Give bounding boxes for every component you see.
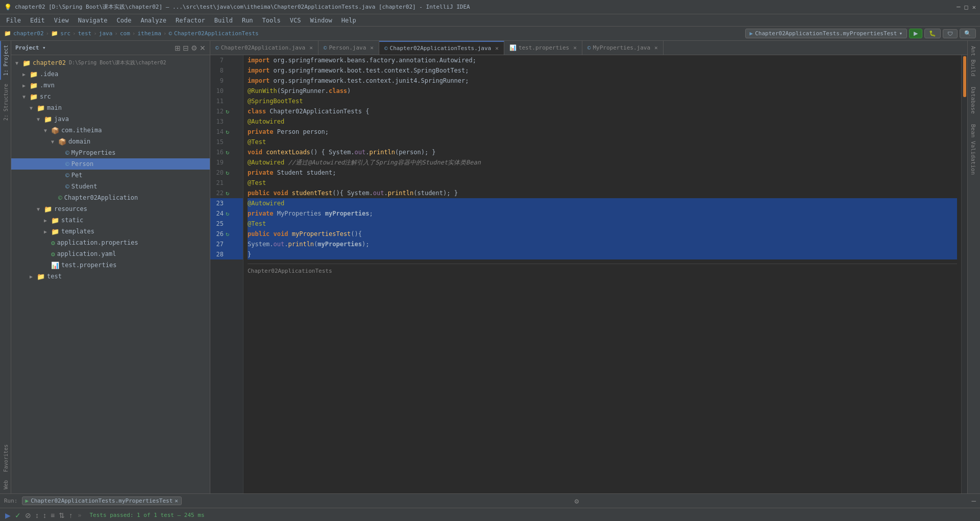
nav-src[interactable]: src	[60, 30, 70, 37]
tree-root[interactable]: ▼ 📁 chapter02 D:\Spring Boot\课本实践\chapte…	[11, 57, 210, 68]
code-content[interactable]: import org.springframework.beans.factory…	[243, 55, 961, 493]
nav-config-dropdown-icon[interactable]: ▾	[899, 30, 902, 37]
tree-test[interactable]: ▶ 📁 test	[11, 271, 210, 282]
sidebar-close-btn[interactable]: ✕	[200, 44, 206, 52]
menu-edit[interactable]: Edit	[26, 16, 49, 25]
tab-close-4[interactable]: ✕	[654, 44, 658, 51]
close-btn[interactable]: ✕	[972, 4, 976, 11]
right-tab-database[interactable]: Database	[968, 82, 980, 119]
sidebar-collapse-btn[interactable]: ⊟	[183, 44, 189, 52]
tree-domain[interactable]: ▼ 📦 domain	[11, 136, 210, 147]
nav-chapter02[interactable]: chapter02	[13, 30, 44, 37]
menu-build[interactable]: Build	[210, 16, 237, 25]
panel-close-btn[interactable]: ─	[972, 497, 976, 505]
menu-run[interactable]: Run	[238, 16, 257, 25]
tree-app-yaml[interactable]: ⚙ application.yaml	[11, 248, 210, 259]
menu-tools[interactable]: Tools	[258, 16, 285, 25]
tree-app-properties[interactable]: ⚙ application.properties	[11, 237, 210, 248]
pet-name: Pet	[71, 172, 83, 179]
tree-mvn[interactable]: ▶ 📁 .mvn	[11, 80, 210, 91]
run-filter-btn[interactable]: ≡	[50, 510, 56, 520]
sidebar-settings-btn[interactable]: ⚙	[191, 44, 198, 52]
menu-refactor[interactable]: Refactor	[172, 16, 209, 25]
menu-file[interactable]: File	[2, 16, 25, 25]
tree-templates[interactable]: ▶ 📁 templates	[11, 226, 210, 237]
run-config-btn[interactable]: ▶ Chapter02ApplicationTests.myProperties…	[22, 496, 182, 505]
nav-coverage-btn[interactable]: 🛡	[943, 29, 958, 38]
menu-analyze[interactable]: Analyze	[136, 16, 170, 25]
run-up-btn[interactable]: ↑	[68, 510, 74, 520]
left-tab-structure[interactable]: 2: Structure	[0, 80, 11, 125]
app-icon: ©	[58, 194, 62, 202]
root-name: chapter02	[33, 59, 66, 66]
tree-person[interactable]: © Person	[11, 158, 210, 170]
menu-vcs[interactable]: VCS	[286, 16, 305, 25]
code-line-26: public void myPropertiesTest(){	[248, 229, 957, 239]
menu-view[interactable]: View	[50, 16, 73, 25]
run-filter2-btn[interactable]: ⇅	[58, 510, 66, 520]
tprop-name: test.properties	[61, 262, 116, 269]
menu-code[interactable]: Code	[113, 16, 136, 25]
nav-java[interactable]: java	[99, 30, 113, 37]
panel-gear-btn[interactable]: ⚙	[575, 497, 579, 505]
right-tab-validation[interactable]: Bean Validation	[968, 119, 980, 180]
run-sort-asc-btn[interactable]: ↕	[34, 510, 40, 520]
menu-help[interactable]: Help	[337, 16, 360, 25]
tree-static[interactable]: ▶ 📁 static	[11, 215, 210, 226]
tab-close-3[interactable]: ✕	[573, 44, 577, 51]
gutter-12: ↻	[226, 106, 236, 116]
nav-class[interactable]: Chapter02ApplicationTests	[174, 30, 259, 37]
right-tab-ant[interactable]: Ant Build	[968, 41, 980, 82]
tab-chapter02tests[interactable]: © Chapter02ApplicationTests.java ✕	[379, 41, 504, 55]
tab-close-0[interactable]: ✕	[309, 44, 313, 51]
tree-chapter02app[interactable]: © Chapter02Application	[11, 192, 210, 203]
run-stop-btn[interactable]: ⊘	[24, 510, 32, 520]
left-tab-favorites[interactable]: Favorites	[0, 440, 11, 476]
tree-idea[interactable]: ▶ 📁 .idea	[11, 68, 210, 80]
tree-pet[interactable]: © Pet	[11, 170, 210, 181]
nav-run-config-btn[interactable]: ▶ Chapter02ApplicationTests.myProperties…	[745, 29, 907, 38]
mvn-folder-icon: 📁	[30, 82, 38, 89]
tree-student[interactable]: © Student	[11, 181, 210, 192]
run-toolbar: ▶ ✓ ⊘ ↕ ↕ ≡ ⇅ ↑ » Tests passed: 1 of 1 t…	[0, 508, 980, 521]
tree-resources[interactable]: ▼ 📁 resources	[11, 203, 210, 215]
tab-close-1[interactable]: ✕	[370, 44, 374, 51]
domain-name: domain	[68, 138, 90, 145]
menu-window[interactable]: Window	[306, 16, 336, 25]
tree-java[interactable]: ▼ 📁 java	[11, 113, 210, 125]
java-folder-icon: 📁	[44, 115, 52, 123]
sidebar-expand-btn[interactable]: ⊞	[175, 44, 181, 52]
nav-run-config-label: Chapter02ApplicationTests.myPropertiesTe…	[755, 30, 897, 37]
nav-search-btn[interactable]: 🔍	[960, 29, 976, 38]
tab-myproperties[interactable]: © MyProperties.java ✕	[582, 41, 664, 55]
run-sort-desc-btn[interactable]: ↕	[42, 510, 47, 520]
tree-com-itheima[interactable]: ▼ 📦 com.itheima	[11, 125, 210, 136]
tab-testprops[interactable]: 📊 test.properties ✕	[504, 41, 582, 55]
nav-run-btn[interactable]: ▶	[909, 29, 922, 38]
tab-person[interactable]: © Person.java ✕	[318, 41, 379, 55]
root-path: D:\Spring Boot\课本实践\chapter02	[69, 59, 166, 66]
minimize-btn[interactable]: ─	[957, 4, 960, 11]
tree-main[interactable]: ▼ 📁 main	[11, 102, 210, 113]
tree-test-properties[interactable]: 📊 test.properties	[11, 259, 210, 271]
nav-com[interactable]: com	[120, 30, 130, 37]
gutter-26: ↻	[226, 229, 236, 239]
maximize-btn[interactable]: □	[965, 4, 968, 11]
left-tab-web[interactable]: Web	[0, 476, 11, 493]
tab-icon-2: ©	[384, 45, 388, 52]
nav-debug-btn[interactable]: 🐛	[924, 29, 941, 38]
code-editor[interactable]: 7 8 9 10 11	[210, 55, 967, 493]
ln-10: 10	[210, 86, 226, 96]
nav-test[interactable]: test	[78, 30, 92, 37]
tree-myproperties[interactable]: © MyProperties	[11, 147, 210, 158]
editor-tabs: © Chapter02Application.java ✕ © Person.j…	[210, 41, 967, 55]
menu-navigate[interactable]: Navigate	[74, 16, 112, 25]
left-tab-project[interactable]: 1: Project	[0, 41, 11, 80]
nav-itheima[interactable]: itheima	[137, 30, 161, 37]
run-play-btn[interactable]: ▶	[4, 510, 12, 520]
run-pass-btn[interactable]: ✓	[14, 510, 22, 520]
tree-src[interactable]: ▼ 📁 src	[11, 91, 210, 102]
run-config-close[interactable]: ✕	[175, 498, 178, 504]
tab-close-2[interactable]: ✕	[495, 45, 499, 52]
tab-chapter02application[interactable]: © Chapter02Application.java ✕	[210, 41, 318, 55]
